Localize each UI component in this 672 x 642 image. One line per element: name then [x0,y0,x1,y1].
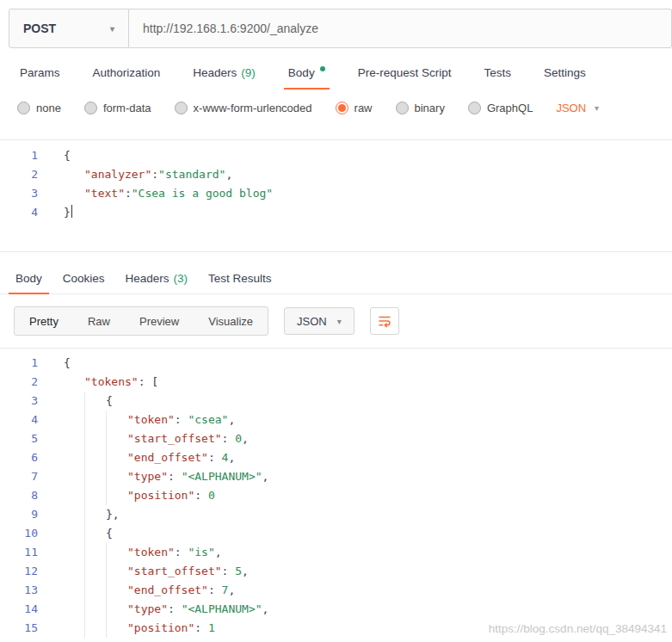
line-number: 11 [0,543,45,562]
code-text: "end_offset": 4, [45,448,235,467]
line-number: 2 [0,165,45,184]
radio-icon [17,102,30,114]
radio-icon [468,102,481,114]
response-tab-body[interactable]: Body [5,262,52,293]
indent-guide [64,562,84,581]
tab-body[interactable]: Body [272,55,342,90]
indent-guide [64,543,84,562]
mode-graphql[interactable]: GraphQL [468,102,533,114]
response-headers-count: (3) [174,272,188,285]
mode-form-data[interactable]: form-data [84,102,151,114]
code-line: 3{ [0,392,672,411]
tab-pre-request-script[interactable]: Pre-request Script [342,55,468,90]
indent-guide [106,486,127,505]
tab-authorization[interactable]: Authorization [77,55,177,90]
code-text: "start_offset": 5, [45,562,249,581]
code-text: "position": 1 [45,619,215,638]
method-label: POST [23,22,56,35]
indent-guide [106,429,127,448]
code-text: { [45,146,71,165]
line-number: 15 [0,619,45,638]
code-line: 5"start_offset": 0, [0,429,672,448]
code-line: 3"text":"Csea is a good blog" [0,184,672,203]
wrap-text-icon [378,314,391,328]
code-line: 6"end_offset": 4, [0,448,672,467]
url-text: http://192.168.1.6:9200/_analyze [143,22,318,35]
code-text: "token": "csea", [45,411,235,429]
code-text: "start_offset": 0, [45,429,249,448]
indent-guide [64,184,84,203]
chevron-down-icon: ▾ [110,24,114,34]
line-number: 12 [0,562,45,581]
response-tab-cookies[interactable]: Cookies [52,262,115,293]
line-number: 6 [0,448,45,467]
indent-guide [106,448,127,467]
indent-guide [106,543,127,562]
mode-x-www-form-urlencoded[interactable]: x-www-form-urlencoded [175,102,312,114]
tab-params[interactable]: Params [3,55,77,90]
mode-raw[interactable]: raw [336,102,373,114]
indent-guide [84,600,106,619]
radio-icon [396,102,409,114]
indent-guide [106,600,127,619]
code-line: 13"end_offset": 7, [0,581,672,600]
code-line: 2"analyzer":"standard", [0,165,672,184]
code-text: } [45,203,72,222]
indent-guide [64,392,84,411]
mode-none[interactable]: none [17,102,61,114]
indent-guide [84,429,106,448]
line-number: 7 [0,467,45,486]
view-preview[interactable]: Preview [125,307,194,335]
code-line: 9}, [0,505,672,524]
radio-selected-icon [336,102,348,114]
line-number: 5 [0,429,45,448]
response-toolbar: Pretty Raw Preview Visualize JSON ▾ [0,294,672,348]
line-number: 3 [0,184,45,203]
code-text: "end_offset": 7, [45,581,235,600]
code-line: 7"type": "<ALPHANUM>", [0,467,672,486]
indent-guide [106,581,127,600]
code-line: 14"type": "<ALPHANUM>", [0,600,672,619]
indent-guide [64,486,84,505]
code-text: "tokens": [ [45,373,158,392]
body-mode-row: none form-data x-www-form-urlencoded raw… [0,90,672,126]
view-visualize[interactable]: Visualize [194,307,268,335]
code-line: 1{ [0,354,672,373]
code-text: "position": 0 [45,486,215,505]
view-raw[interactable]: Raw [73,307,125,335]
url-input[interactable]: http://192.168.1.6:9200/_analyze [129,9,672,48]
chevron-down-icon: ▾ [595,103,599,113]
indent-guide [64,524,84,543]
mode-binary[interactable]: binary [396,102,445,114]
request-url-bar: POST ▾ http://192.168.1.6:9200/_analyze [9,9,672,48]
code-line: 4} [0,203,672,222]
wrap-text-button[interactable] [370,307,399,335]
line-number: 8 [0,486,45,505]
view-pretty[interactable]: Pretty [15,307,73,335]
indent-guide [106,411,127,429]
tab-headers[interactable]: Headers(9) [176,55,272,90]
tab-settings[interactable]: Settings [527,55,602,90]
indent-guide [84,448,106,467]
method-selector[interactable]: POST ▾ [9,9,129,48]
line-number: 10 [0,524,45,543]
code-line: 12"start_offset": 5, [0,562,672,581]
response-language-selector[interactable]: JSON ▾ [284,307,354,335]
body-indicator-dot-icon [320,66,325,71]
request-tabs: Params Authorization Headers(9) Body Pre… [3,55,672,90]
indent-guide [64,411,84,429]
response-tab-test-results[interactable]: Test Results [198,262,282,293]
indent-guide [64,619,84,638]
raw-language-selector[interactable]: JSON ▾ [556,102,599,114]
radio-icon [84,102,97,114]
response-body-editor[interactable]: 1{2"tokens": [3{4"token": "csea",5"start… [0,348,672,638]
code-text: "text":"Csea is a good blog" [45,184,273,203]
radio-icon [175,102,188,114]
code-line: 2"tokens": [ [0,373,672,392]
response-tab-headers[interactable]: Headers(3) [115,262,199,293]
indent-guide [84,524,106,543]
tab-tests[interactable]: Tests [467,55,527,90]
indent-guide [106,562,127,581]
indent-guide [84,467,106,486]
request-body-editor[interactable]: 1{2"analyzer":"standard",3"text":"Csea i… [0,139,672,252]
